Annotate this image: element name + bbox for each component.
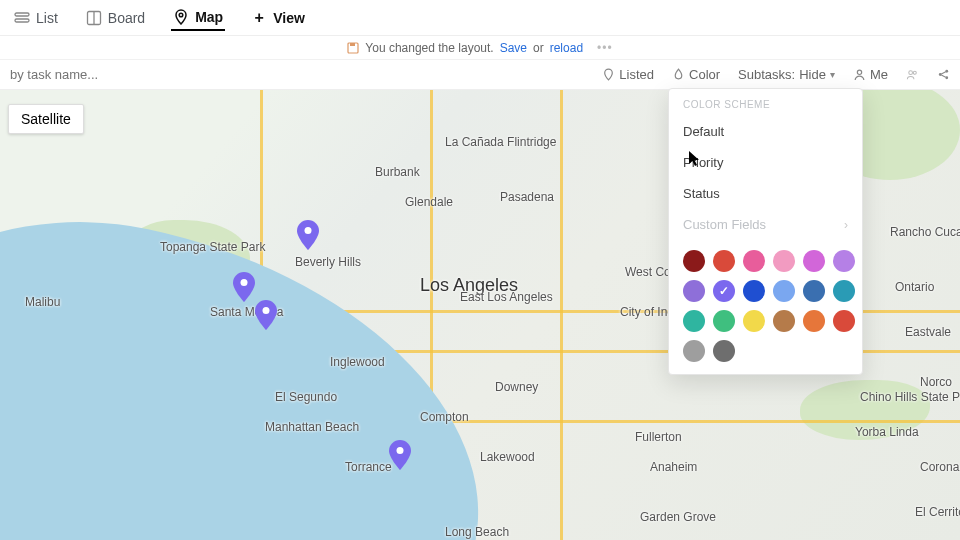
panel-header: COLOR SCHEME — [669, 89, 862, 116]
tab-map[interactable]: Map — [171, 5, 225, 31]
city-label: Malibu — [25, 295, 60, 309]
city-label: Glendale — [405, 195, 453, 209]
color-label: Color — [689, 67, 720, 82]
subtasks-label: Subtasks: — [738, 67, 795, 82]
layout-change-notice: You changed the layout. Save or reload •… — [0, 36, 960, 60]
person-icon — [853, 68, 866, 81]
city-label: El Cerrito — [915, 505, 960, 519]
svg-point-17 — [263, 307, 270, 314]
city-label: Beverly Hills — [295, 255, 361, 269]
share-icon — [937, 68, 950, 81]
assignees-button[interactable] — [906, 68, 919, 81]
color-swatch[interactable] — [833, 280, 855, 302]
color-swatch[interactable] — [713, 250, 735, 272]
city-label: Torrance — [345, 460, 392, 474]
city-label: Topanga State Park — [160, 240, 265, 254]
color-swatch[interactable] — [773, 280, 795, 302]
map-pin-icon — [173, 9, 189, 25]
color-palette — [669, 240, 862, 362]
color-swatch[interactable] — [683, 250, 705, 272]
tab-board-label: Board — [108, 10, 145, 26]
notice-reload-link[interactable]: reload — [550, 41, 583, 55]
city-label: Corona — [920, 460, 959, 474]
color-option-default[interactable]: Default — [669, 116, 862, 147]
me-filter[interactable]: Me — [853, 67, 888, 82]
notice-save-link[interactable]: Save — [500, 41, 527, 55]
color-swatch[interactable] — [833, 250, 855, 272]
city-label: Fullerton — [635, 430, 682, 444]
task-pin[interactable] — [389, 440, 411, 470]
task-pin[interactable] — [233, 272, 255, 302]
color-swatch[interactable] — [713, 310, 735, 332]
tab-add-view[interactable]: + View — [249, 6, 307, 30]
city-label: Pasadena — [500, 190, 554, 204]
color-swatch[interactable] — [683, 280, 705, 302]
satellite-button[interactable]: Satellite — [8, 104, 84, 134]
color-swatch[interactable] — [743, 250, 765, 272]
color-toggle[interactable]: Color — [672, 67, 720, 82]
color-swatch[interactable] — [833, 310, 855, 332]
city-label: Burbank — [375, 165, 420, 179]
color-swatch[interactable] — [773, 250, 795, 272]
people-icon — [906, 68, 919, 81]
droplet-icon — [672, 68, 685, 81]
svg-point-7 — [857, 70, 861, 74]
tab-board[interactable]: Board — [84, 6, 147, 30]
save-icon — [347, 42, 359, 54]
city-label: Lakewood — [480, 450, 535, 464]
plus-icon: + — [251, 10, 267, 26]
tab-map-label: Map — [195, 9, 223, 25]
color-scheme-panel: COLOR SCHEME Default Priority Status Cus… — [668, 88, 863, 375]
svg-point-16 — [241, 279, 248, 286]
city-label: Downey — [495, 380, 538, 394]
city-label: East Los Angeles — [460, 290, 553, 304]
svg-rect-6 — [350, 43, 355, 46]
city-label: Yorba Linda — [855, 425, 919, 439]
task-pin[interactable] — [297, 220, 319, 250]
svg-line-14 — [941, 75, 945, 77]
color-swatch[interactable] — [683, 310, 705, 332]
city-label: Ontario — [895, 280, 934, 294]
subtasks-toggle[interactable]: Subtasks: Hide ▾ — [738, 67, 835, 82]
tab-add-label: View — [273, 10, 305, 26]
svg-rect-0 — [15, 13, 29, 16]
tab-list[interactable]: List — [12, 6, 60, 30]
color-option-custom-fields[interactable]: Custom Fields › — [669, 209, 862, 240]
cursor-icon — [688, 150, 702, 168]
color-option-status[interactable]: Status — [669, 178, 862, 209]
color-swatch[interactable] — [683, 340, 705, 362]
city-label: Manhattan Beach — [265, 420, 359, 434]
notice-more-icon[interactable]: ••• — [597, 41, 613, 55]
city-label: Long Beach — [445, 525, 509, 539]
subtasks-value: Hide — [799, 67, 826, 82]
color-swatch[interactable] — [803, 280, 825, 302]
search-input[interactable] — [10, 67, 170, 82]
color-swatch[interactable] — [803, 310, 825, 332]
city-label: Compton — [420, 410, 469, 424]
svg-point-18 — [397, 447, 404, 454]
share-button[interactable] — [937, 68, 950, 81]
color-swatch[interactable] — [803, 250, 825, 272]
color-swatch[interactable] — [743, 310, 765, 332]
board-icon — [86, 10, 102, 26]
color-swatch[interactable] — [713, 280, 735, 302]
map-toolbar: Listed Color Subtasks: Hide ▾ Me — [0, 60, 960, 90]
custom-fields-label: Custom Fields — [683, 217, 766, 232]
city-label: Norco — [920, 375, 952, 389]
city-label: Eastvale — [905, 325, 951, 339]
city-label: La Cañada Flintridge — [445, 135, 556, 149]
task-pin[interactable] — [255, 300, 277, 330]
pin-outline-icon — [602, 68, 615, 81]
svg-rect-1 — [15, 19, 29, 22]
city-label: Inglewood — [330, 355, 385, 369]
color-swatch[interactable] — [713, 340, 735, 362]
color-swatch[interactable] — [773, 310, 795, 332]
color-swatch[interactable] — [743, 280, 765, 302]
notice-or: or — [533, 41, 544, 55]
tab-list-label: List — [36, 10, 58, 26]
city-label: El Segundo — [275, 390, 337, 404]
city-label: Garden Grove — [640, 510, 716, 524]
listed-toggle[interactable]: Listed — [602, 67, 654, 82]
map-road — [560, 90, 563, 540]
list-icon — [14, 10, 30, 26]
